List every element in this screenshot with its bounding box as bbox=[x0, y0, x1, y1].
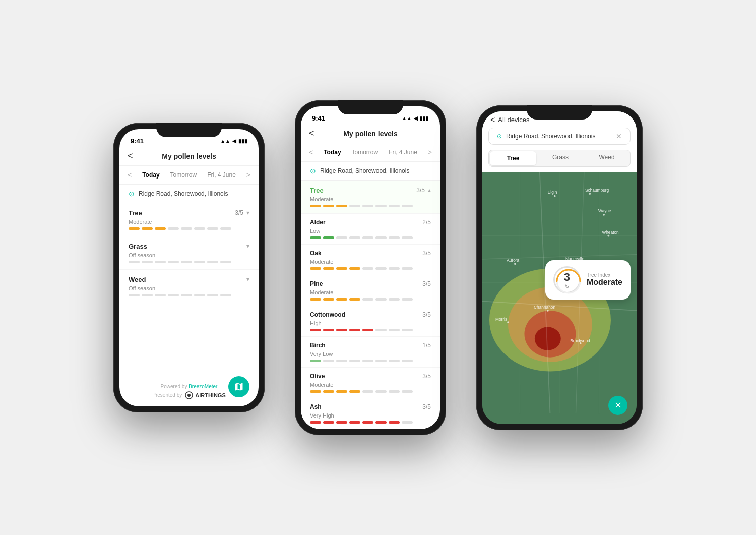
bar-seg bbox=[310, 298, 321, 301]
next-date-button-2[interactable]: > bbox=[428, 148, 432, 156]
bar-seg bbox=[310, 360, 321, 362]
phone-3: 9:41 ▲▲ ◀ ▮▮▮ < All devices ⊙ Ridge Road… bbox=[476, 105, 643, 430]
bar-seg bbox=[349, 298, 360, 301]
pollen-label-grass-1: Off season bbox=[129, 252, 249, 258]
bar-seg bbox=[129, 294, 140, 296]
presented-by-label-1: Presented by bbox=[152, 392, 182, 398]
bar-seg bbox=[336, 267, 347, 270]
bar-seg bbox=[310, 236, 321, 239]
bar-seg bbox=[310, 421, 321, 424]
tab-fri-2[interactable]: Fri, 4 June bbox=[389, 149, 417, 156]
pollen-name-birch: Birch bbox=[310, 342, 326, 349]
bar-seg bbox=[336, 236, 347, 239]
bar-seg bbox=[402, 329, 413, 331]
bar-seg bbox=[155, 294, 166, 296]
pollen-score-pine: 3/5 bbox=[422, 280, 431, 287]
bar-seg bbox=[375, 236, 387, 239]
pollen-score-cottonwood: 3/5 bbox=[422, 311, 431, 318]
index-text: Tree Index Moderate bbox=[587, 272, 622, 287]
pollen-item-alder[interactable]: Alder 2/5 Low bbox=[301, 214, 440, 245]
bar-seg bbox=[129, 227, 140, 230]
bar-seg bbox=[336, 390, 347, 393]
bar-seg bbox=[310, 329, 321, 331]
pollen-item-cottonwood[interactable]: Cottonwood 3/5 High bbox=[301, 306, 440, 337]
bar-seg bbox=[323, 329, 334, 331]
bar-seg bbox=[220, 294, 231, 296]
map-header-3: < All devices ⊙ Ridge Road, Shorewood, I… bbox=[482, 111, 637, 172]
map-fab-1[interactable] bbox=[228, 376, 249, 397]
status-icons-1: ▲▲ ◀ ▮▮▮ bbox=[220, 138, 247, 144]
pollen-bars-weed-1 bbox=[129, 294, 249, 296]
bar-seg bbox=[310, 205, 321, 207]
chevron-icon-grass-1: ▾ bbox=[246, 243, 249, 250]
tab-tomorrow-2[interactable]: Tomorrow bbox=[352, 149, 379, 156]
pollen-label-cottonwood: High bbox=[310, 320, 431, 326]
map-close-button[interactable]: ✕ bbox=[616, 132, 622, 140]
bar-seg bbox=[349, 390, 360, 393]
map-icon bbox=[234, 382, 244, 392]
pollen-bars-birch bbox=[310, 360, 431, 362]
location-pin-icon-2: ⊙ bbox=[310, 167, 316, 175]
next-date-button-1[interactable]: > bbox=[246, 171, 250, 179]
pollen-item-oak[interactable]: Oak 3/5 Moderate bbox=[301, 245, 440, 275]
bar-seg bbox=[336, 205, 347, 207]
pollen-item-ash[interactable]: Ash 3/5 Very High bbox=[301, 398, 440, 429]
index-card: 3 /5 Tree Index Moderate bbox=[545, 260, 631, 300]
bar-seg bbox=[402, 236, 413, 239]
map-close-fab[interactable]: ✕ bbox=[608, 396, 627, 415]
location-text-2: Ridge Road, Shorewood, Illionois bbox=[320, 167, 409, 174]
signal-icon-2: ▲▲ bbox=[402, 115, 412, 121]
pollen-bars-pine bbox=[310, 298, 431, 301]
bar-seg bbox=[336, 298, 347, 301]
pollen-item-tree-1[interactable]: Tree 3/5 ▾ Moderate bbox=[119, 203, 259, 236]
tab-today-1[interactable]: Today bbox=[142, 171, 159, 179]
notch-2 bbox=[338, 100, 403, 114]
bar-seg bbox=[389, 205, 400, 207]
chevron-icon-weed-1: ▾ bbox=[246, 276, 249, 283]
svg-text:Wayne: Wayne bbox=[598, 208, 611, 213]
pollen-item-pine[interactable]: Pine 3/5 Moderate bbox=[301, 275, 440, 306]
map-location-text: Ridge Road, Shorewood, Illionois bbox=[506, 133, 595, 140]
bar-seg bbox=[362, 205, 373, 207]
bar-seg bbox=[349, 329, 360, 331]
pollen-item-birch[interactable]: Birch 1/5 Very Low bbox=[301, 337, 440, 368]
all-devices-label: All devices bbox=[498, 116, 529, 124]
back-button-1[interactable]: < bbox=[128, 151, 133, 161]
bar-seg bbox=[129, 261, 140, 263]
pollen-item-olive[interactable]: Olive 3/5 Moderate bbox=[301, 368, 440, 398]
bar-seg bbox=[402, 298, 413, 301]
pollen-item-weed-1[interactable]: Weed ▾ Off season bbox=[119, 270, 259, 303]
spacer-1 bbox=[119, 303, 259, 374]
map-tab-weed[interactable]: Weed bbox=[584, 150, 630, 166]
bar-seg bbox=[389, 421, 400, 424]
prev-date-button-1[interactable]: < bbox=[128, 171, 132, 179]
svg-point-14 bbox=[603, 213, 605, 215]
tab-today-2[interactable]: Today bbox=[324, 149, 341, 156]
pollen-item-grass-1[interactable]: Grass ▾ Off season bbox=[119, 236, 259, 270]
svg-point-11 bbox=[535, 327, 561, 350]
breezometer-link-1[interactable]: BreezoMeter bbox=[188, 384, 217, 389]
map-tab-tree[interactable]: Tree bbox=[490, 151, 536, 165]
bar-seg bbox=[336, 329, 347, 331]
bar-seg bbox=[375, 205, 387, 207]
bar-seg bbox=[323, 298, 334, 301]
pollen-item-tree-2[interactable]: Tree 3/5 ▴ Moderate bbox=[301, 181, 440, 214]
bar-seg bbox=[142, 294, 153, 296]
index-level: Moderate bbox=[587, 278, 622, 287]
bar-seg bbox=[375, 298, 387, 301]
pollen-bars-tree-2 bbox=[310, 205, 431, 207]
pollen-bars-alder bbox=[310, 236, 431, 239]
pollen-name-ash: Ash bbox=[310, 403, 322, 410]
bar-seg bbox=[375, 267, 387, 270]
bar-seg bbox=[389, 329, 400, 331]
tab-tomorrow-1[interactable]: Tomorrow bbox=[170, 171, 197, 179]
svg-point-20 bbox=[547, 310, 549, 312]
pollen-name-cottonwood: Cottonwood bbox=[310, 311, 345, 318]
scene: 9:41 ▲▲ ◀ ▮▮▮ < My pollen levels < Today… bbox=[83, 70, 673, 465]
tab-fri-1[interactable]: Fri, 4 June bbox=[207, 171, 236, 179]
map-tab-grass[interactable]: Grass bbox=[537, 150, 584, 166]
svg-text:Morris: Morris bbox=[495, 317, 507, 322]
back-button-2[interactable]: < bbox=[309, 128, 314, 139]
svg-text:Wheaton: Wheaton bbox=[602, 229, 619, 234]
prev-date-button-2[interactable]: < bbox=[309, 148, 313, 156]
